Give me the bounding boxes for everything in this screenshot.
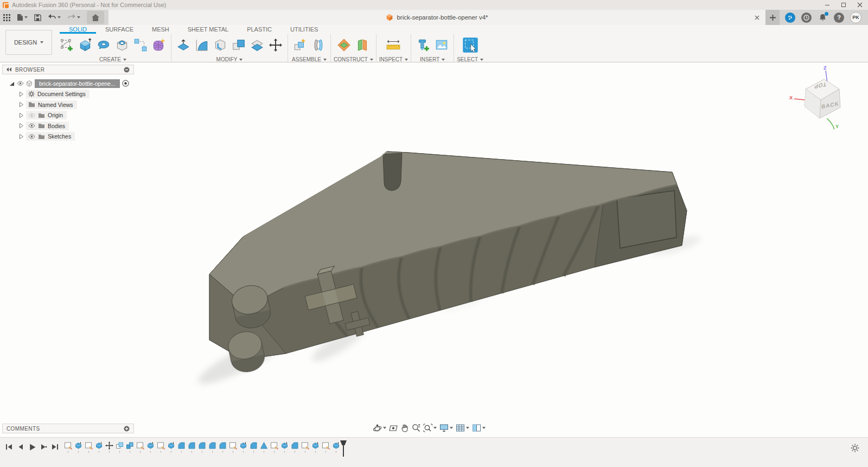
- timeline-feature-sketch-icon[interactable]: [229, 441, 237, 453]
- insert-group-label[interactable]: INSERT: [420, 56, 445, 62]
- browser-row-origin[interactable]: Origin: [2, 110, 134, 121]
- timeline-feature-fillet-icon[interactable]: [250, 441, 258, 453]
- ribbon-tab-mesh[interactable]: MESH: [143, 25, 178, 34]
- timeline-feature-sketch-icon[interactable]: [157, 441, 165, 453]
- timeline-feature-sketch-icon[interactable]: [64, 441, 72, 453]
- modify-group-label[interactable]: MODIFY: [216, 56, 243, 62]
- viewports-caret-icon[interactable]: [482, 427, 486, 429]
- home-view-button[interactable]: [87, 11, 104, 24]
- combine-icon[interactable]: [229, 35, 248, 55]
- maximize-button[interactable]: [835, 0, 852, 10]
- insert-fastener-icon[interactable]: [414, 35, 432, 55]
- help-icon[interactable]: ?: [834, 12, 844, 23]
- notifications-bell-icon[interactable]: [818, 12, 828, 23]
- browser-row-named-views[interactable]: Named Views: [2, 99, 134, 110]
- browser-header[interactable]: BROWSER: [2, 65, 134, 74]
- add-comment-icon[interactable]: [124, 426, 130, 432]
- revolve-icon[interactable]: [94, 35, 113, 55]
- visibility-off-eye-icon[interactable]: [28, 113, 35, 118]
- ribbon-tab-surface[interactable]: SURFACE: [96, 25, 143, 34]
- ribbon-tab-plastic[interactable]: PLASTIC: [238, 25, 281, 34]
- look-at-button[interactable]: [389, 424, 398, 432]
- document-tab[interactable]: brick-separator-bottle-opener v4*: [108, 10, 765, 25]
- viewports-button[interactable]: [472, 424, 486, 432]
- create-form-icon[interactable]: [150, 35, 168, 55]
- timeline-feature-extrude-icon[interactable]: [167, 441, 175, 453]
- timeline-feature-fillet-icon[interactable]: [188, 441, 196, 453]
- construct-axis-icon[interactable]: [353, 35, 372, 55]
- file-menu-button[interactable]: [14, 10, 31, 25]
- measure-icon[interactable]: [381, 35, 405, 55]
- timeline-settings-gear-icon[interactable]: [851, 444, 859, 455]
- expand-arrow-icon[interactable]: [18, 91, 24, 97]
- browser-row-document-settings[interactable]: Document Settings: [2, 89, 134, 100]
- rectangular-pattern-icon[interactable]: [131, 35, 150, 55]
- timeline-feature-chamfer-icon[interactable]: [291, 441, 299, 453]
- browser-root-row[interactable]: brick-separator-bottle-opene...: [2, 78, 134, 89]
- visibility-eye-icon[interactable]: [28, 123, 35, 128]
- timeline-feature-sketch-icon[interactable]: [322, 441, 330, 453]
- create-sketch-icon[interactable]: [58, 35, 76, 55]
- construct-group-label[interactable]: CONSTRUCT: [334, 56, 373, 62]
- select-icon[interactable]: [459, 35, 481, 55]
- create-group-label[interactable]: CREATE: [99, 56, 126, 62]
- press-pull-icon[interactable]: [174, 35, 193, 55]
- timeline-feature-sketch-icon[interactable]: [301, 441, 309, 453]
- step-forward-button[interactable]: [39, 442, 48, 452]
- timeline-feature-extrude-icon[interactable]: [332, 441, 340, 453]
- timeline-feature-sketch-icon[interactable]: [270, 441, 278, 453]
- timeline-feature-fillet-icon[interactable]: [177, 441, 186, 453]
- grid-snaps-button[interactable]: [456, 424, 469, 432]
- document-tab-close-button[interactable]: [752, 13, 761, 22]
- timeline-feature-extrude-icon[interactable]: [146, 441, 155, 453]
- visibility-eye-icon[interactable]: [28, 134, 35, 139]
- activate-radio-icon[interactable]: [122, 80, 129, 87]
- job-status-icon[interactable]: [801, 12, 812, 23]
- expand-arrow-icon[interactable]: [9, 80, 15, 86]
- shell-icon[interactable]: [211, 35, 229, 55]
- user-avatar[interactable]: PK: [850, 12, 861, 23]
- orbit-caret-icon[interactable]: [383, 427, 386, 429]
- select-group-label[interactable]: SELECT: [457, 56, 483, 62]
- browser-row-bodies[interactable]: Bodies: [2, 121, 134, 131]
- ribbon-tab-utilities[interactable]: UTILITIES: [281, 25, 327, 34]
- workspace-selector[interactable]: DESIGN: [5, 30, 52, 55]
- timeline-feature-extrude-icon[interactable]: [239, 441, 247, 453]
- inspect-group-label[interactable]: INSPECT: [379, 56, 408, 62]
- close-window-button[interactable]: [852, 0, 868, 10]
- move-copy-icon[interactable]: [266, 35, 285, 55]
- view-cube[interactable]: TOP BACK X Z Y: [788, 65, 853, 130]
- timeline-feature-sketch-icon[interactable]: [136, 441, 144, 453]
- grid-caret-icon[interactable]: [466, 427, 469, 429]
- redo-button[interactable]: [64, 10, 84, 25]
- visibility-eye-icon[interactable]: [17, 81, 24, 86]
- assemble-group-label[interactable]: ASSEMBLE: [292, 56, 327, 62]
- timeline-feature-join-icon[interactable]: [126, 441, 134, 453]
- timeline-feature-extrude-icon[interactable]: [280, 441, 289, 453]
- orbit-button[interactable]: [373, 424, 386, 433]
- joint-icon[interactable]: [309, 35, 328, 55]
- timeline-feature-fillet-icon[interactable]: [219, 441, 227, 453]
- new-component-icon[interactable]: [291, 35, 309, 55]
- ribbon-tab-sheet-metal[interactable]: SHEET METAL: [178, 25, 238, 34]
- expand-arrow-icon[interactable]: [18, 102, 24, 108]
- go-to-start-button[interactable]: [4, 442, 14, 452]
- extrude-icon[interactable]: [76, 35, 94, 55]
- root-component-label[interactable]: brick-separator-bottle-opene...: [35, 79, 120, 88]
- timeline-feature-move-icon[interactable]: [105, 441, 113, 453]
- new-tab-button[interactable]: [765, 10, 780, 25]
- pan-button[interactable]: [401, 424, 409, 432]
- fillet-icon[interactable]: [193, 35, 211, 55]
- viewport-canvas[interactable]: BROWSER brick-separator-bottle-opene... …: [0, 62, 868, 437]
- zoom-button[interactable]: [412, 424, 420, 432]
- timeline-feature-combine-icon[interactable]: [116, 441, 124, 453]
- timeline-feature-fillet-icon[interactable]: [198, 441, 206, 453]
- timeline-feature-extrude-icon[interactable]: [95, 441, 103, 453]
- app-grid-menu-button[interactable]: [0, 10, 14, 25]
- step-back-button[interactable]: [16, 442, 25, 452]
- timeline-feature-fillet-icon[interactable]: [208, 441, 216, 453]
- timeline-feature-extrude-icon[interactable]: [74, 441, 82, 453]
- play-button[interactable]: [27, 442, 37, 452]
- extensions-icon[interactable]: [785, 12, 795, 23]
- browser-row-sketches[interactable]: Sketches: [2, 131, 134, 142]
